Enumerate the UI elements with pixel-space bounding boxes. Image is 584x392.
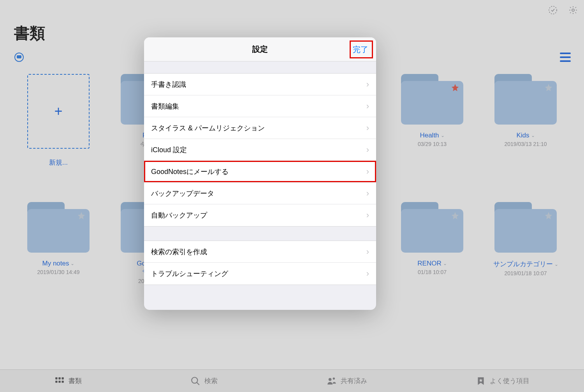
svg-rect-3 [17,55,21,58]
folder-name: サンプルカテゴリー [493,260,553,269]
chevron-down-icon: ⌄ [554,262,558,267]
chevron-down-icon: ⌄ [443,261,447,266]
folder-date: 03/29 10:13 [418,141,447,147]
chevron-right-icon: › [366,79,369,90]
modal-title: 設定 [252,44,268,54]
settings-stylus[interactable]: スタイラス & パームリジェクション› [144,117,376,139]
svg-rect-5 [58,377,60,379]
folder-name: My notes [42,260,69,267]
star-icon[interactable] [544,211,553,220]
settings-modal: 設定 完了 手書き認識› 書類編集› スタイラス & パームリジェクション› i… [144,37,376,310]
star-icon[interactable] [544,83,553,92]
modal-header: 設定 完了 [144,37,376,62]
chevron-right-icon: › [366,247,369,257]
folder-renor[interactable]: RENOR⌄ 01/18 10:07 [389,202,475,284]
modal-body: 手書き認識› 書類編集› スタイラス & パームリジェクション› iCloud … [144,62,376,285]
settings-auto-backup[interactable]: 自動バックアップ› [144,204,376,226]
settings-group-1: 手書き認識› 書類編集› スタイラス & パームリジェクション› iCloud … [144,73,376,227]
settings-troubleshooting[interactable]: トラブルシューティング› [144,263,376,285]
tab-documents[interactable]: 書類 [55,376,82,386]
star-icon[interactable] [451,211,459,220]
sync-icon[interactable] [547,5,558,16]
star-icon[interactable] [77,211,86,220]
tab-label: 検索 [204,376,218,385]
folder-mynotes[interactable]: My notes⌄ 2019/01/30 14:49 [16,202,101,284]
filter-icon[interactable] [13,51,25,63]
chevron-right-icon: › [366,123,369,133]
folder-health[interactable]: Health⌄ 03/29 10:13 [389,74,475,167]
folder-sample-category[interactable]: サンプルカテゴリー⌄ 2019/01/18 10:07 [483,202,568,284]
settings-icloud[interactable]: iCloud 設定› [144,139,376,161]
tab-bar: 書類 検索 共有済み よく使う項目 [0,369,584,392]
settings-document-edit[interactable]: 書類編集› [144,95,376,117]
svg-rect-8 [58,380,60,382]
folder-date: 2019/01/18 10:07 [505,270,547,276]
folder-date: 2019/03/13 21:10 [505,141,547,147]
settings-group-2: 検索の索引を作成› トラブルシューティング› [144,241,376,285]
settings-backup-data[interactable]: バックアップデータ› [144,183,376,204]
topbar [547,5,579,16]
chevron-right-icon: › [366,269,369,279]
chevron-down-icon: ⌄ [70,261,74,266]
folder-name: Health [420,132,439,139]
tab-shared[interactable]: 共有済み [327,376,367,386]
new-item-label: 新規... [49,158,68,167]
svg-point-0 [549,6,557,14]
svg-rect-9 [62,380,63,382]
new-item-cell[interactable]: + 新規... [16,74,101,167]
plus-icon: + [54,103,62,120]
chevron-down-icon: ⌄ [531,133,535,138]
tab-label: 書類 [69,376,82,385]
chevron-right-icon: › [366,145,369,155]
svg-rect-7 [55,380,57,382]
folder-kids[interactable]: Kids⌄ 2019/03/13 21:10 [483,74,568,167]
tab-search[interactable]: 検索 [190,376,218,386]
svg-point-12 [332,377,334,379]
chevron-right-icon: › [366,210,369,220]
folder-name: Kids [516,132,529,139]
svg-point-11 [329,378,332,381]
tab-favorites[interactable]: よく使う項目 [476,376,529,386]
settings-handwriting[interactable]: 手書き認識› [144,74,376,95]
folder-date: 01/18 10:07 [418,269,447,275]
folder-name: RENOR [417,260,441,267]
settings-email-goodnotes[interactable]: GoodNotesにメールする› [144,161,376,183]
chevron-right-icon: › [366,167,369,177]
svg-point-10 [192,377,198,383]
star-icon[interactable] [451,83,459,92]
list-view-icon[interactable] [560,53,571,62]
chevron-right-icon: › [366,101,369,111]
folder-date: 2019/01/30 14:49 [37,269,80,275]
highlight-done [350,40,373,58]
settings-search-index[interactable]: 検索の索引を作成› [144,241,376,263]
page-title: 書類 [14,23,45,44]
svg-rect-4 [55,377,57,379]
new-item-box[interactable]: + [27,74,90,149]
tab-label: 共有済み [341,376,367,385]
chevron-right-icon: › [366,188,369,199]
tab-label: よく使う項目 [490,376,529,385]
chevron-down-icon: ⌄ [441,133,445,138]
gear-icon[interactable] [568,5,579,16]
svg-rect-6 [62,377,63,379]
svg-point-1 [572,9,574,11]
